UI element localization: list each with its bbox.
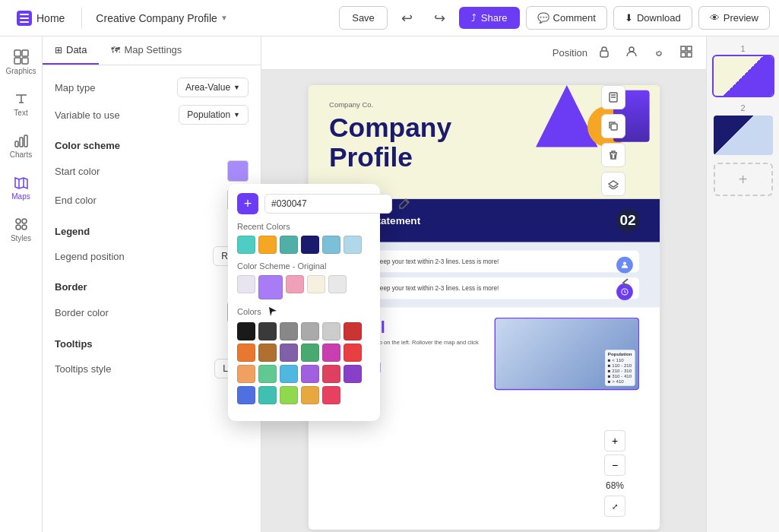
cp-c-lime[interactable] bbox=[280, 386, 298, 404]
sidebar-item-maps[interactable]: Maps bbox=[2, 168, 40, 207]
svg-rect-15 bbox=[600, 51, 608, 57]
lock-button[interactable] bbox=[594, 41, 615, 65]
cp-c-violet[interactable] bbox=[301, 365, 319, 383]
map-type-value: Area-Value bbox=[185, 82, 230, 93]
svg-point-16 bbox=[629, 47, 634, 52]
cp-color-orange[interactable] bbox=[258, 236, 277, 254]
cp-c-purple[interactable] bbox=[280, 344, 298, 362]
cp-c-pink[interactable] bbox=[322, 344, 340, 362]
tab-map-settings-label: Map Settings bbox=[124, 44, 182, 55]
chevron-down-icon: ▼ bbox=[220, 14, 228, 22]
cp-c-brown[interactable] bbox=[258, 344, 277, 362]
svg-rect-1 bbox=[20, 17, 29, 19]
cp-c-light[interactable] bbox=[301, 322, 319, 340]
divider bbox=[81, 8, 82, 29]
cp-c-black[interactable] bbox=[237, 322, 255, 340]
cp-c-mid[interactable] bbox=[280, 322, 298, 340]
share-button[interactable]: ⤴ Share bbox=[459, 7, 520, 29]
tool-trash-btn[interactable] bbox=[601, 143, 625, 167]
zoom-expand-button[interactable]: ⤢ bbox=[604, 496, 625, 517]
cp-scheme-4[interactable] bbox=[307, 275, 325, 293]
slide-1-image[interactable] bbox=[714, 56, 773, 96]
person-button[interactable] bbox=[621, 41, 642, 65]
slide-2-image[interactable] bbox=[714, 116, 773, 155]
canvas-toolbar: Position bbox=[261, 36, 706, 70]
variable-select[interactable]: Population ▼ bbox=[179, 105, 249, 125]
cp-scheme-2[interactable] bbox=[258, 275, 283, 299]
cp-c-orange2[interactable] bbox=[237, 365, 255, 383]
tool-doc-btn[interactable] bbox=[601, 85, 625, 109]
cp-scheme-5[interactable] bbox=[328, 275, 347, 293]
cp-c-green[interactable] bbox=[301, 344, 319, 362]
cp-c-red2[interactable] bbox=[344, 344, 362, 362]
cp-scheme-3[interactable] bbox=[286, 275, 304, 293]
tab-map-settings[interactable]: 🗺 Map Settings bbox=[99, 36, 194, 65]
legend-position-label: Legend position bbox=[55, 251, 125, 262]
slide-2-thumb[interactable]: 2 bbox=[714, 103, 773, 155]
cp-c-hotpink[interactable] bbox=[322, 386, 340, 404]
doc-title-text: Creative Company Profile bbox=[96, 12, 217, 24]
svg-rect-17 bbox=[681, 46, 686, 51]
cp-c-deepviolet[interactable] bbox=[344, 365, 362, 383]
cp-hex-input[interactable] bbox=[264, 194, 392, 214]
download-button[interactable]: ⬇ Download bbox=[613, 6, 692, 30]
start-color-swatch[interactable] bbox=[227, 160, 249, 182]
cp-color-lightblue[interactable] bbox=[344, 236, 362, 254]
tab-data[interactable]: ⊞ Data bbox=[43, 36, 99, 65]
cp-colors-title: Colors bbox=[237, 306, 371, 318]
sidebar-item-styles[interactable]: Styles bbox=[2, 210, 40, 249]
home-icon bbox=[17, 11, 32, 26]
cp-color-teal2[interactable] bbox=[280, 236, 298, 254]
cp-color-navy[interactable] bbox=[301, 236, 319, 254]
zoom-in-button[interactable]: + bbox=[604, 430, 625, 451]
tool-copy-btn[interactable] bbox=[601, 114, 625, 138]
tool-layers-btn[interactable] bbox=[601, 172, 625, 196]
cp-c-cornflower[interactable] bbox=[237, 386, 255, 404]
cp-eyedropper-button[interactable] bbox=[398, 193, 410, 214]
cp-c-gold[interactable] bbox=[301, 386, 319, 404]
cp-c-red[interactable] bbox=[344, 322, 362, 340]
svg-rect-18 bbox=[687, 46, 692, 51]
comment-button[interactable]: 💬 Comment bbox=[526, 6, 607, 30]
cp-c-lighter[interactable] bbox=[322, 322, 340, 340]
cp-c-mint[interactable] bbox=[258, 365, 277, 383]
redo-button[interactable]: ↪ bbox=[426, 5, 453, 32]
preview-button[interactable]: 👁 Preview bbox=[698, 6, 770, 30]
cp-scheme-colors bbox=[237, 275, 371, 299]
color-picker-popup: + Recent Colors Color Scheme - Original … bbox=[228, 184, 380, 421]
doc-title[interactable]: Creative Company Profile ▼ bbox=[91, 9, 232, 27]
zoom-out-button[interactable]: − bbox=[604, 454, 625, 476]
grid-button[interactable] bbox=[676, 41, 697, 65]
save-button[interactable]: Save bbox=[339, 6, 388, 30]
expand-arrow[interactable] bbox=[618, 275, 633, 293]
cp-c-cyan[interactable] bbox=[258, 386, 277, 404]
sidebar-item-charts[interactable]: Charts bbox=[2, 126, 40, 165]
slide-1-num: 1 bbox=[714, 44, 773, 53]
sidebar-icons: Graphics Text Charts Maps Styles bbox=[0, 36, 43, 532]
cp-plus-button[interactable]: + bbox=[237, 193, 258, 214]
map-legend: Population ■ < 110 ■ 110 - 210 ■ 210 - 3… bbox=[604, 350, 635, 386]
tab-data-label: Data bbox=[66, 44, 87, 55]
sidebar-item-text[interactable]: Text bbox=[2, 84, 40, 123]
cp-c-dark[interactable] bbox=[258, 322, 277, 340]
slide-1-thumb[interactable]: 1 bbox=[714, 44, 773, 96]
cp-c-orange[interactable] bbox=[237, 344, 255, 362]
cp-c-sky[interactable] bbox=[280, 365, 298, 383]
cp-color-blue[interactable] bbox=[322, 236, 340, 254]
card1-avatar bbox=[616, 257, 633, 274]
cp-color-teal[interactable] bbox=[237, 236, 255, 254]
map-placeholder[interactable]: Population ■ < 110 ■ 110 - 210 ■ 210 - 3… bbox=[494, 318, 638, 390]
home-button[interactable]: Home bbox=[9, 6, 72, 30]
panel-tabs: ⊞ Data 🗺 Map Settings bbox=[43, 36, 261, 65]
cp-scheme-1[interactable] bbox=[237, 275, 255, 293]
sidebar-item-graphics[interactable]: Graphics bbox=[2, 43, 40, 81]
link-button[interactable] bbox=[648, 41, 670, 65]
svg-rect-3 bbox=[14, 50, 21, 56]
add-slide-button[interactable]: + bbox=[714, 163, 773, 196]
svg-point-10 bbox=[16, 219, 21, 223]
map-type-select[interactable]: Area-Value ▼ bbox=[177, 78, 249, 97]
svg-rect-5 bbox=[14, 58, 21, 64]
cp-c-rose[interactable] bbox=[322, 365, 340, 383]
svg-rect-20 bbox=[687, 52, 692, 57]
undo-button[interactable]: ↩ bbox=[394, 5, 420, 32]
